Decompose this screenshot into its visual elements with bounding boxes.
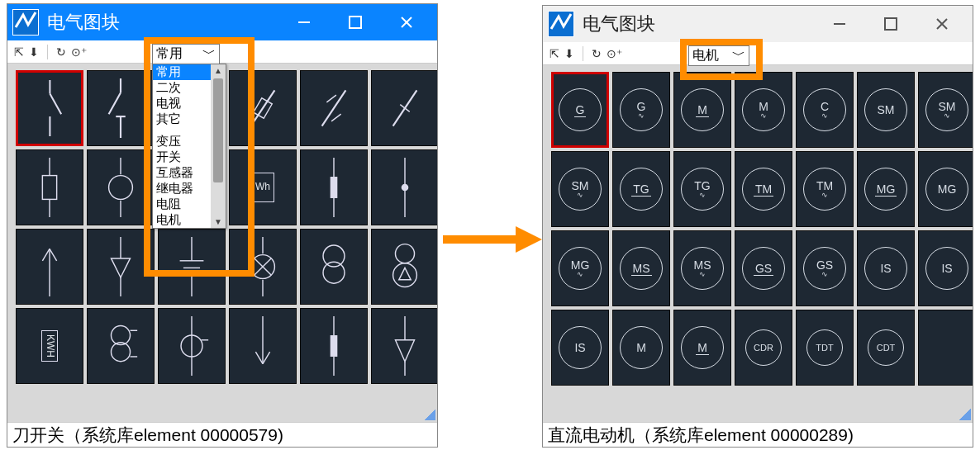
status-text: 刀开关（系统库element 00000579) xyxy=(12,424,283,447)
symbol-cell[interactable]: GS∿ xyxy=(796,230,854,306)
symbol-cell[interactable]: SM xyxy=(857,72,915,148)
svg-line-15 xyxy=(331,114,341,121)
scroll-down-icon[interactable]: ▼ xyxy=(214,216,222,228)
titlebar-left[interactable]: 电气图块 xyxy=(7,4,437,40)
symbol-cell[interactable]: GS xyxy=(735,230,792,306)
window-left: 电气图块 ⇱ ⬇ ↻ ⊙⁺ 常用 ﹀ 常用 二次 电视 xyxy=(7,3,438,448)
symbol-cell[interactable]: MS xyxy=(612,230,670,306)
symbol-cell[interactable]: TG xyxy=(612,151,670,227)
symbol-cell[interactable]: MS∿ xyxy=(673,230,731,306)
pin-icon[interactable]: ⇱ xyxy=(549,48,559,59)
titlebar-right[interactable]: 电气图块 xyxy=(543,6,973,42)
symbol-cell[interactable] xyxy=(229,308,297,384)
symbol-cell[interactable] xyxy=(158,308,226,384)
symbol-cell[interactable] xyxy=(158,229,226,305)
svg-marker-64 xyxy=(395,340,414,362)
category-dropdown-list[interactable]: 常用 二次 电视 其它 变压 开关 互感器 继电器 电阻 电机 ▲ ▼ xyxy=(152,64,226,229)
symbol-cell[interactable] xyxy=(229,229,297,305)
symbol-cell[interactable]: CDT xyxy=(857,310,915,386)
svg-point-46 xyxy=(323,262,345,283)
dropdown-option[interactable]: 其它 xyxy=(153,111,211,127)
dropdown-option[interactable]: 电视 xyxy=(153,96,211,111)
symbol-cell[interactable]: Wh xyxy=(229,149,297,225)
symbol-cell[interactable] xyxy=(16,70,83,146)
app-icon xyxy=(548,11,574,37)
symbol-cell[interactable]: TM∿ xyxy=(796,151,854,227)
svg-line-11 xyxy=(251,90,275,126)
symbol-cell[interactable] xyxy=(87,229,155,305)
symbol-cell[interactable]: TG∿ xyxy=(673,151,731,227)
symbol-cell[interactable]: M xyxy=(673,310,731,386)
symbol-cell[interactable] xyxy=(371,229,437,305)
collapse-icon[interactable]: ⬇ xyxy=(564,48,574,59)
symbol-cell[interactable] xyxy=(87,70,155,146)
toolbar-left: ⇱ ⬇ ↻ ⊙⁺ xyxy=(7,40,437,64)
symbol-cell[interactable] xyxy=(16,229,83,305)
symbol-cell[interactable]: G∿ xyxy=(612,72,670,148)
symbol-cell[interactable] xyxy=(371,308,437,384)
symbol-cell[interactable] xyxy=(918,310,973,386)
symbol-cell[interactable]: MG∿ xyxy=(551,230,609,306)
motor-symbol: TG xyxy=(620,168,663,211)
symbol-cell[interactable]: M∿ xyxy=(735,72,792,148)
dropdown-option[interactable]: 变压 xyxy=(153,134,211,149)
symbol-cell[interactable] xyxy=(300,149,368,225)
refresh-icon[interactable]: ↻ xyxy=(56,46,66,58)
symbol-cell[interactable] xyxy=(87,149,155,225)
dropdown-scrollbar[interactable]: ▲ ▼ xyxy=(211,64,226,228)
dropdown-option[interactable]: 二次 xyxy=(153,80,211,96)
symbol-cell[interactable]: SM∿ xyxy=(918,72,973,148)
category-select-right[interactable]: 电机 ﹀ xyxy=(688,45,749,66)
symbol-cell[interactable]: M xyxy=(673,72,731,148)
symbol-cell[interactable]: KWH xyxy=(16,308,83,384)
scroll-thumb[interactable] xyxy=(213,78,223,182)
symbol-cell[interactable] xyxy=(371,70,437,146)
symbol-cell[interactable]: TM xyxy=(735,151,792,227)
symbol-cell[interactable]: IS xyxy=(857,230,915,306)
symbol-cell[interactable] xyxy=(16,149,83,225)
dropdown-option[interactable]: 继电器 xyxy=(153,181,211,197)
motor-symbol: MS xyxy=(620,247,663,290)
symbol-cell[interactable] xyxy=(371,149,437,225)
symbol-cell[interactable]: MG xyxy=(857,151,915,227)
dropdown-option[interactable]: 电阻 xyxy=(153,197,211,212)
symbol-cell[interactable] xyxy=(229,70,297,146)
symbol-cell[interactable] xyxy=(300,308,368,384)
symbol-cell[interactable]: IS xyxy=(551,310,609,386)
scroll-up-icon[interactable]: ▲ xyxy=(214,64,222,77)
symbol-cell[interactable]: MG xyxy=(918,151,973,227)
collapse-icon[interactable]: ⬇ xyxy=(29,46,39,58)
dropdown-option[interactable]: 常用 xyxy=(153,64,211,80)
motor-symbol: G∿ xyxy=(620,88,663,131)
minimize-button[interactable] xyxy=(278,4,330,40)
pin-icon[interactable]: ⇱ xyxy=(14,46,24,58)
dropdown-option[interactable]: 电机 xyxy=(153,212,211,228)
close-button[interactable] xyxy=(916,6,968,42)
minimize-button[interactable] xyxy=(814,6,865,42)
symbol-cell[interactable]: IS xyxy=(918,230,973,306)
statusbar-left: 刀开关（系统库element 00000579) xyxy=(7,422,437,447)
category-select-left[interactable]: 常用 ﹀ xyxy=(152,44,220,64)
maximize-button[interactable] xyxy=(330,4,381,40)
symbol-cell[interactable] xyxy=(87,308,155,384)
symbol-cell[interactable] xyxy=(300,229,368,305)
zoom-icon[interactable]: ⊙⁺ xyxy=(71,46,87,58)
refresh-icon[interactable]: ↻ xyxy=(592,48,602,59)
resize-grip[interactable] xyxy=(424,409,435,420)
zoom-icon[interactable]: ⊙⁺ xyxy=(607,48,622,59)
svg-line-13 xyxy=(322,90,346,126)
dropdown-option[interactable]: 互感器 xyxy=(153,165,211,181)
symbol-cell[interactable]: TDT xyxy=(796,310,854,386)
dropdown-option[interactable]: 开关 xyxy=(153,149,211,165)
symbol-cell[interactable] xyxy=(300,70,368,146)
close-button[interactable] xyxy=(381,4,432,40)
symbol-cell[interactable]: M xyxy=(612,310,670,386)
symbol-cell[interactable]: SM∿ xyxy=(551,151,609,227)
symbol-cell[interactable]: G xyxy=(551,72,609,148)
symbol-cell[interactable]: C∿ xyxy=(796,72,854,148)
maximize-button[interactable] xyxy=(865,6,916,42)
symbol-cell[interactable]: CDR xyxy=(735,310,792,386)
svg-point-22 xyxy=(109,176,133,200)
resize-grip[interactable] xyxy=(959,409,971,420)
motor-symbol: MS∿ xyxy=(681,247,724,290)
